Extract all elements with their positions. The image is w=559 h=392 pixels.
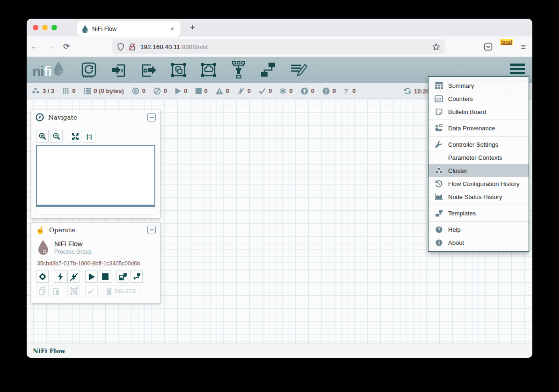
menu-item-controller-settings[interactable]: Controller Settings: [428, 138, 529, 151]
shield-icon[interactable]: [117, 43, 124, 51]
menu-item-help[interactable]: ?Help: [428, 223, 529, 236]
operate-panel-title: Operate: [49, 226, 147, 234]
component-toolbar: [80, 61, 308, 79]
url-bar[interactable]: 192.168.40.11:8080/nifi/: [112, 39, 445, 54]
menu-item-templates[interactable]: Templates: [428, 207, 529, 220]
menu-divider: [428, 205, 529, 205]
remote-process-group-component-button[interactable]: [199, 61, 218, 79]
status-count: 0: [72, 87, 75, 94]
profile-avatar[interactable]: local: [501, 41, 512, 52]
status-item: 0: [237, 87, 251, 95]
group-selection-button[interactable]: [67, 285, 80, 297]
status-count: 0: [142, 87, 145, 94]
status-count: 0: [164, 87, 167, 94]
process-group-component-button[interactable]: [169, 61, 188, 79]
operate-collapse-button[interactable]: [147, 226, 156, 234]
menu-item-flow-configuration-history[interactable]: Flow Configuration History: [428, 177, 529, 190]
birdseye-minimap[interactable]: [36, 145, 155, 207]
menu-item-summary[interactable]: Summary: [428, 79, 529, 92]
url-host: 192.168.40.11: [140, 43, 180, 50]
navigate-collapse-button[interactable]: [147, 113, 156, 121]
selected-flow-type: Process Group: [54, 249, 92, 255]
menu-item-parameter-contexts[interactable]: Parameter Contexts: [428, 151, 529, 164]
stop-square-button[interactable]: [99, 271, 111, 283]
output-port-component-button[interactable]: [139, 61, 158, 79]
save-template-button[interactable]: [116, 271, 129, 283]
svg-text:?: ?: [437, 227, 440, 232]
label-component-button[interactable]: [289, 61, 308, 79]
processor-component-button[interactable]: [80, 61, 98, 79]
zoom-window-button[interactable]: [51, 25, 57, 30]
compass-icon: [36, 113, 44, 121]
zoom-out-button[interactable]: [50, 130, 63, 143]
template-component-button[interactable]: [259, 61, 278, 79]
status-count: 0: [247, 87, 251, 94]
reload-icon[interactable]: ⟳: [58, 42, 74, 51]
screenshot-stage: NiFi Flow × + ← → ⟳ 192.168.40.11:8080/n…: [0, 0, 559, 392]
disable-crossed-lightning-button[interactable]: [67, 271, 80, 283]
browser-tab[interactable]: NiFi Flow ×: [77, 21, 181, 36]
pocket-icon[interactable]: [484, 43, 493, 51]
menu-item-bulletin-board[interactable]: Bulletin Board: [428, 105, 529, 118]
configure-gear-button[interactable]: [36, 271, 49, 283]
color-brush-button[interactable]: [85, 285, 98, 297]
cubes-icon: [434, 167, 443, 174]
refresh-icon[interactable]: [404, 87, 411, 95]
browser-menu-icon[interactable]: ≡: [521, 42, 526, 52]
status-item: 0: [132, 87, 145, 95]
menu-item-label: Parameter Contexts: [448, 154, 502, 161]
start-play-button[interactable]: [85, 271, 98, 283]
status-count: 0: [204, 87, 208, 94]
menu-item-label: Help: [448, 226, 461, 233]
nifi-logo-fi: fi: [44, 64, 51, 79]
status-count: 0 (0 bytes): [94, 87, 124, 94]
status-count: 0: [333, 87, 336, 94]
bookmark-star-icon[interactable]: [432, 43, 440, 51]
profile-local-badge: local: [500, 39, 513, 45]
menu-item-data-provenance[interactable]: Data Provenance: [428, 121, 529, 135]
process-group-id: 35cbd3b7-017b-1000-8bff-1c3405c00d6b: [31, 256, 160, 267]
menu-item-label: About: [448, 239, 464, 246]
menu-item-cluster[interactable]: Cluster: [428, 164, 529, 177]
paste-button[interactable]: [50, 285, 62, 297]
minimize-window-button[interactable]: [42, 25, 48, 30]
zoom-actual-size-button[interactable]: |:|: [83, 130, 95, 143]
input-port-component-button[interactable]: [109, 61, 128, 79]
menu-item-counters[interactable]: 23Counters: [428, 92, 529, 105]
stale-icon: [301, 87, 308, 95]
breadcrumb-bar: NiFi Flow: [27, 343, 532, 358]
insecure-lock-icon[interactable]: [129, 43, 136, 51]
status-count: 0: [226, 87, 229, 94]
status-count: 0: [289, 87, 292, 94]
menu-item-about[interactable]: About: [428, 236, 529, 249]
forward-icon[interactable]: →: [43, 42, 58, 51]
copy-button[interactable]: [36, 285, 49, 297]
upload-template-button[interactable]: [130, 271, 143, 283]
menu-divider: [428, 120, 529, 120]
tab-close-icon[interactable]: ×: [168, 24, 176, 33]
breadcrumb-root[interactable]: NiFi Flow: [33, 348, 65, 355]
toolbar-right-icons: local ≡: [484, 36, 526, 57]
back-icon[interactable]: ←: [27, 42, 43, 51]
status-item: ?0: [344, 87, 356, 94]
help-circle-icon: ?: [434, 226, 443, 233]
delete-button[interactable]: DELETE: [103, 285, 139, 297]
navigate-panel-header: Navigate: [31, 110, 160, 124]
zoom-fit-button[interactable]: [69, 130, 81, 143]
nifi-logo: nifi: [32, 61, 65, 79]
navigate-panel: Navigate |:|: [31, 110, 160, 218]
menu-item-node-status-history[interactable]: Node Status History: [428, 190, 529, 203]
sync-failure-icon: ?: [344, 87, 349, 94]
menu-item-label: Counters: [448, 95, 473, 102]
enable-lightning-button[interactable]: [54, 271, 66, 283]
new-tab-button[interactable]: +: [187, 22, 198, 33]
nifi-global-menu-button[interactable]: [510, 64, 525, 74]
up-to-date-icon: [259, 88, 266, 94]
close-window-button[interactable]: [33, 25, 38, 30]
selected-flow-name: NiFi Flow: [54, 240, 92, 248]
funnel-component-button[interactable]: [229, 61, 248, 79]
traffic-lights: [33, 25, 57, 30]
info-circle-icon: [434, 239, 443, 246]
status-count: 0: [311, 87, 314, 94]
zoom-in-button[interactable]: [36, 130, 49, 143]
